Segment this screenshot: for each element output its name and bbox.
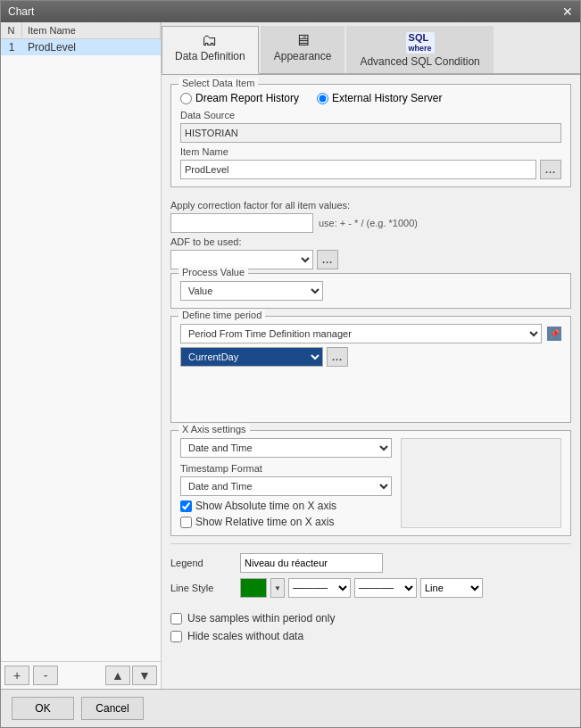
col-item-header: Item Name (22, 22, 161, 38)
items-list: 1 ProdLevel (1, 39, 161, 661)
close-button[interactable]: ✕ (562, 5, 573, 18)
use-samples-checkbox[interactable] (170, 613, 182, 625)
correction-area: Apply correction factor for all item val… (170, 194, 571, 273)
tab-bar: 🗂 Data Definition 🖥 Appearance SQLwhere … (162, 22, 580, 75)
adf-label: ADF to be used: (170, 236, 571, 247)
line-style-row: Line Style ▼ ───── ───── Line (170, 578, 571, 598)
row-item-name: ProdLevel (22, 39, 81, 55)
time-period-header: Period From Time Definition manager Fixe… (180, 324, 561, 343)
item-name-browse-button[interactable]: ... (540, 160, 561, 179)
legend-row: Legend (170, 553, 571, 573)
right-panel: 🗂 Data Definition 🖥 Appearance SQLwhere … (162, 22, 580, 689)
correction-label: Apply correction factor for all item val… (170, 200, 571, 211)
tab-data-definition[interactable]: 🗂 Data Definition (162, 26, 259, 74)
left-panel: N Item Name 1 ProdLevel + - ▲ ▼ (1, 22, 162, 689)
data-source-field-label: Data Source (180, 110, 561, 120)
dream-report-radio-input[interactable] (180, 93, 192, 104)
currentday-select[interactable]: CurrentDay (180, 347, 323, 367)
col-n-header: N (1, 22, 22, 38)
define-time-period-section: Define time period Period From Time Defi… (170, 316, 571, 423)
select-data-item-section: Select Data Item Dream Report History Ex… (170, 84, 571, 187)
hide-scales-label: Hide scales without data (187, 630, 303, 642)
ok-button[interactable]: OK (12, 697, 74, 720)
xaxis-type-select[interactable]: Date and Time Numeric Text (180, 438, 392, 458)
process-value-section: Process Value Value Average Min Max (170, 273, 571, 309)
row-number: 1 (1, 39, 22, 55)
left-panel-header: N Item Name (1, 22, 161, 39)
chart-dialog: Chart ✕ N Item Name 1 ProdLevel + - ▲ (0, 0, 581, 728)
line-style-controls: ▼ ───── ───── Line (240, 578, 483, 598)
data-source-radio-group: Dream Report History External History Se… (180, 92, 561, 104)
xaxis-settings-section: X Axis settings Date and Time Numeric Te… (170, 430, 571, 536)
hide-scales-row: Hide scales without data (170, 630, 571, 642)
use-samples-row: Use samples within period only (170, 612, 571, 625)
legend-input[interactable] (240, 553, 383, 573)
adf-browse-button[interactable]: ... (317, 250, 338, 269)
appearance-icon: 🖥 (295, 32, 311, 48)
bottom-checkboxes: Use samples within period only Hide scal… (170, 612, 571, 642)
main-content: N Item Name 1 ProdLevel + - ▲ ▼ (1, 22, 580, 689)
xaxis-left: Date and Time Numeric Text Timestamp For… (180, 438, 392, 528)
timestamp-format-label: Timestamp Format (180, 463, 392, 474)
data-source-input[interactable] (180, 123, 561, 143)
move-up-button[interactable]: ▲ (105, 666, 130, 685)
move-down-button[interactable]: ▼ (132, 666, 157, 685)
process-value-select[interactable]: Value Average Min Max (180, 281, 323, 301)
correction-hint: use: + - * / (e.g. *1000) (319, 218, 418, 228)
show-relative-row: Show Relative time on X axis (180, 516, 392, 528)
line-pattern-select-2[interactable]: ───── (354, 578, 417, 598)
currentday-browse-button[interactable]: ... (327, 347, 348, 367)
arrow-buttons: ▲ ▼ (105, 666, 157, 685)
xaxis-inner: Date and Time Numeric Text Timestamp For… (180, 438, 561, 528)
tab-appearance-label: Appearance (274, 50, 332, 62)
list-action-buttons: + - ▲ ▼ (1, 661, 161, 689)
xaxis-section-label: X Axis settings (178, 424, 250, 434)
legend-field-label: Legend (170, 558, 233, 568)
external-history-radio-input[interactable] (317, 93, 328, 104)
show-absolute-checkbox[interactable] (180, 500, 192, 512)
sql-icon: SQLwhere (406, 32, 435, 54)
show-absolute-row: Show Absolute time on X axis (180, 500, 392, 512)
external-history-radio[interactable]: External History Server (317, 92, 442, 104)
item-name-row: ... (180, 160, 561, 179)
window-title: Chart (8, 5, 34, 18)
data-definition-icon: 🗂 (202, 32, 218, 48)
line-style-field-label: Line Style (170, 583, 233, 593)
tab-content-area: Select Data Item Dream Report History Ex… (162, 75, 580, 689)
cancel-button[interactable]: Cancel (81, 697, 144, 720)
tab-data-definition-label: Data Definition (175, 50, 245, 62)
show-relative-checkbox[interactable] (180, 517, 192, 528)
correction-row: use: + - * / (e.g. *1000) (170, 213, 571, 233)
show-absolute-label: Show Absolute time on X axis (195, 500, 336, 512)
tab-appearance[interactable]: 🖥 Appearance (261, 26, 345, 73)
period-type-select[interactable]: Period From Time Definition manager Fixe… (180, 324, 542, 343)
timestamp-format-select[interactable]: Date and Time Time Only Date Only (180, 476, 392, 496)
process-value-section-label: Process Value (178, 267, 248, 277)
line-pattern-select-1[interactable]: ───── (288, 578, 351, 598)
define-time-period-label: Define time period (178, 310, 265, 320)
table-row[interactable]: 1 ProdLevel (1, 39, 161, 55)
select-data-item-label: Select Data Item (178, 78, 258, 88)
color-dropdown-button[interactable]: ▼ (270, 578, 285, 598)
hide-scales-checkbox[interactable] (170, 631, 182, 642)
correction-input[interactable] (170, 213, 313, 233)
dream-report-radio[interactable]: Dream Report History (180, 92, 299, 104)
dream-report-label: Dream Report History (195, 92, 299, 104)
show-relative-label: Show Relative time on X axis (195, 516, 334, 528)
tab-advanced-sql[interactable]: SQLwhere Advanced SQL Condition (346, 26, 493, 73)
line-display-select[interactable]: Line (420, 578, 483, 598)
add-item-button[interactable]: + (4, 666, 29, 685)
legend-area: Legend Line Style ▼ ───── ───── (170, 550, 571, 607)
titlebar: Chart ✕ (1, 1, 580, 22)
remove-item-button[interactable]: - (33, 666, 58, 685)
item-name-input[interactable] (180, 160, 536, 179)
tab-advanced-sql-label: Advanced SQL Condition (360, 55, 479, 68)
item-name-field-label: Item Name (180, 146, 561, 157)
external-history-label: External History Server (332, 92, 442, 104)
bottom-bar: OK Cancel (1, 689, 580, 727)
use-samples-label: Use samples within period only (187, 612, 335, 625)
pin-button[interactable]: 📌 (547, 327, 561, 341)
xaxis-right-placeholder (401, 438, 561, 528)
color-picker-button[interactable] (240, 578, 267, 598)
time-period-empty (180, 370, 561, 415)
